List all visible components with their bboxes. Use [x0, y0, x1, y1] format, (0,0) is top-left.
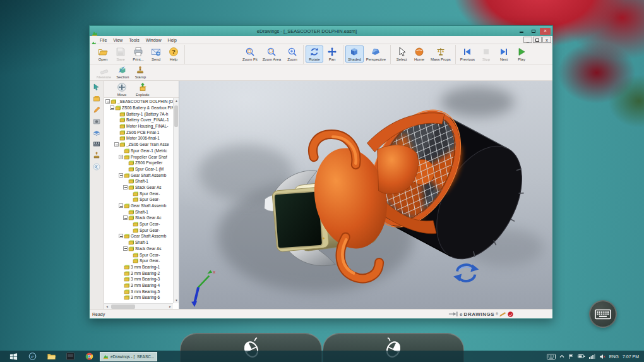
tray-battery-button[interactable]: [578, 354, 585, 359]
taskbar-start-button[interactable]: [6, 351, 20, 361]
stop-button[interactable]: Stop: [477, 45, 495, 63]
tree-expander[interactable]: [119, 203, 123, 208]
tree-item[interactable]: Battery Cover_FINAL-1: [104, 117, 173, 123]
tree-horizontal-scrollbar[interactable]: ◄ ►: [104, 303, 173, 309]
tree-expander[interactable]: [119, 234, 123, 238]
tree-item[interactable]: Spur Gear-1 (Metric: [104, 148, 173, 154]
tree-item[interactable]: Shaft-1: [104, 178, 173, 184]
zoom-fit-button[interactable]: Zoom Fit: [240, 45, 260, 63]
tree-item[interactable]: Spur Gear-: [104, 227, 173, 233]
perspective-button[interactable]: Perspective: [364, 45, 388, 63]
panel-tab-markup[interactable]: [92, 105, 102, 114]
taskbar-task-edrawings[interactable]: eDrawings - [_SEASC...: [100, 352, 157, 361]
tree-item[interactable]: _ZS06 Gear Train Asse: [104, 142, 173, 148]
tray-keyboard-button[interactable]: [547, 354, 556, 359]
panel-tab-pointer[interactable]: [92, 82, 102, 92]
select-button[interactable]: Select: [393, 45, 410, 63]
send-button[interactable]: Send: [147, 45, 165, 63]
tree-item[interactable]: Spur Gear-: [104, 221, 173, 227]
tree-item[interactable]: Spur Gear-: [104, 251, 173, 258]
tree-item[interactable]: Spur Gear-: [104, 258, 173, 264]
panel-tab-collapse[interactable]: [92, 162, 102, 171]
tree-item[interactable]: Spur Gear-1 (M: [104, 166, 173, 172]
tray-network-button[interactable]: [589, 354, 595, 359]
panel-tab-layers[interactable]: [92, 128, 102, 137]
panel-tab-animation[interactable]: [92, 139, 102, 148]
panel-tab-components[interactable]: [92, 94, 102, 103]
tree-item[interactable]: ZS06 Propeller: [104, 160, 173, 166]
scroll-right-arrow[interactable]: ►: [167, 304, 173, 310]
tree-item[interactable]: Stack Gear As: [104, 184, 173, 191]
home-button[interactable]: Home: [410, 45, 428, 63]
tray-clock[interactable]: 7:07 PM: [623, 354, 639, 359]
tree-vertical-scrollbar[interactable]: ▲ ▼: [173, 98, 179, 303]
taskbar-explorer-button[interactable]: [44, 351, 58, 361]
tray-volume-button[interactable]: [599, 354, 605, 359]
section-button[interactable]: Section: [114, 64, 131, 80]
save-button[interactable]: Save: [112, 45, 129, 63]
tree-expander[interactable]: [114, 142, 119, 147]
menu-window[interactable]: Window: [143, 38, 165, 42]
menu-view[interactable]: View: [110, 38, 126, 42]
scroll-up-arrow[interactable]: ▲: [174, 98, 179, 104]
tree-item[interactable]: Shaft-1: [104, 208, 173, 215]
tree-item[interactable]: Spur Gear-: [104, 190, 173, 196]
measure-button[interactable]: Measure: [94, 64, 114, 80]
tree-item[interactable]: Motor Housing_FINAL-: [104, 123, 173, 130]
tree-item[interactable]: _SEASCOOTER DOLPHIN (Dc: [104, 99, 173, 105]
taskbar-ie-button[interactable]: e: [25, 351, 39, 361]
tree-item[interactable]: Gear Shaft Assemb: [104, 172, 173, 178]
tree-item[interactable]: Motor 3006-final-1: [104, 135, 173, 142]
tree-expander[interactable]: [119, 173, 123, 178]
tree-item[interactable]: Gear Shaft Assemb: [104, 203, 173, 209]
tree-expander[interactable]: [123, 185, 128, 190]
tree-expander[interactable]: [123, 246, 128, 251]
tree-item[interactable]: 3 mm Bearing-5: [104, 288, 173, 294]
close-button[interactable]: ×: [540, 28, 551, 35]
tray-chevron-up-button[interactable]: [559, 354, 564, 358]
tree-item[interactable]: 3 mm Bearing-4: [104, 282, 173, 289]
tree-item[interactable]: Gear Shaft Assemb: [104, 233, 173, 239]
zoom-button[interactable]: Zoom: [283, 45, 301, 63]
menu-help[interactable]: Help: [165, 38, 180, 42]
tree-item[interactable]: ZS06 PCB Final-1: [104, 129, 173, 135]
previous-button[interactable]: Previous: [458, 45, 477, 63]
open-button[interactable]: Open: [94, 45, 112, 63]
mdi-restore-button[interactable]: [533, 37, 542, 43]
menu-file[interactable]: File: [97, 38, 110, 42]
tree-expander[interactable]: [119, 155, 123, 159]
move-button[interactable]: Move: [113, 81, 131, 98]
play-button[interactable]: Play: [513, 45, 530, 63]
scroll-left-arrow[interactable]: ◄: [104, 304, 110, 310]
3d-viewport[interactable]: x: [179, 81, 552, 309]
rotate-button[interactable]: Rotate: [306, 45, 323, 63]
tree-item[interactable]: Stack Gear Ac: [104, 215, 173, 221]
tree-item[interactable]: 3 mm Bearing-1: [104, 264, 173, 270]
print-button[interactable]: Print...: [129, 45, 147, 63]
mdi-minimize-button[interactable]: _: [523, 37, 532, 43]
shaded-button[interactable]: Shaded: [345, 45, 364, 63]
tree-item[interactable]: Battery-1 (Battery 7A-h: [104, 111, 173, 117]
tree-expander[interactable]: [110, 106, 114, 110]
help-button[interactable]: ?Help: [165, 45, 182, 63]
next-button[interactable]: Next: [495, 45, 513, 63]
tray-language-button[interactable]: ENG: [609, 354, 619, 359]
titlebar[interactable]: eDrawings - [_SEASCOOTER DOLPHIN.easm] ×: [90, 26, 552, 36]
tree-item[interactable]: 3 mm Bearing-2: [104, 270, 173, 276]
panel-tab-stamp-small[interactable]: [92, 150, 102, 160]
panel-tab-photo[interactable]: [92, 116, 102, 126]
mdi-close-button[interactable]: x: [542, 37, 551, 43]
taskbar-chrome-button[interactable]: [82, 351, 96, 361]
tree-item[interactable]: 3 mm Bearing-6: [104, 294, 173, 301]
menu-tools[interactable]: Tools: [126, 38, 142, 42]
touch-keyboard-button[interactable]: [589, 300, 617, 328]
tree-expander[interactable]: [105, 99, 110, 104]
stamp-button[interactable]: Stamp: [131, 64, 149, 80]
tree-item[interactable]: Propeller Gear Shaf: [104, 154, 173, 160]
tree-item[interactable]: Stack Gear As: [104, 246, 173, 252]
scroll-down-arrow[interactable]: ▼: [174, 298, 179, 303]
restore-button[interactable]: [528, 28, 539, 35]
zoom-area-button[interactable]: Zoom Area: [260, 45, 283, 63]
tree-item[interactable]: ZS06 Battery & Gearbox FIN: [104, 105, 173, 111]
tree-expander[interactable]: [123, 215, 128, 220]
